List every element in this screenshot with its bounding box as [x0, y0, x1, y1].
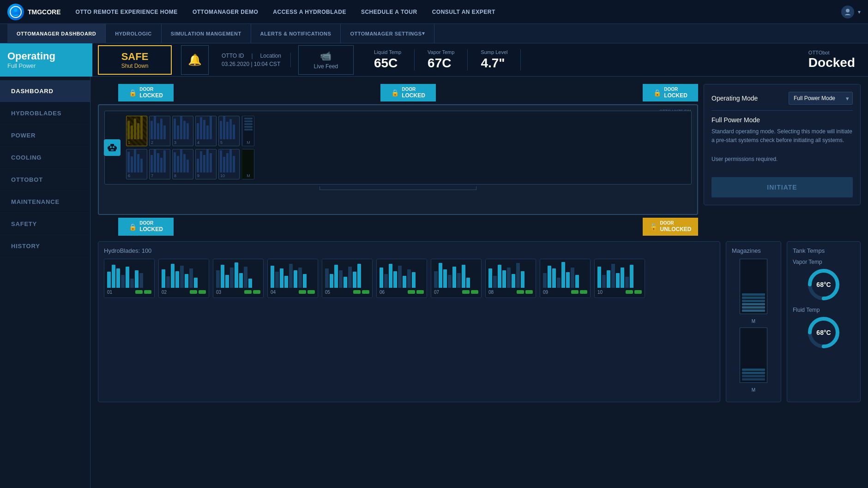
blade-slot-6[interactable]: 6 — [126, 149, 147, 179]
op-mode-subtitle: Full Power Mode — [711, 116, 853, 124]
lock-icon-3: 🔒 — [653, 89, 661, 96]
blade-slot-10[interactable]: 10 — [218, 149, 240, 179]
ottobot-robot — [104, 139, 121, 156]
tank-diagram: OTTO HYZE E01 — [98, 104, 698, 215]
blade-slot-5[interactable]: 5 — [218, 116, 240, 146]
nav-link-3[interactable]: SCHEDULE A TOUR — [361, 9, 417, 15]
door-locked-bottom[interactable]: 🔒 DOOR LOCKED — [118, 218, 174, 235]
otto-datetime: 03.26.2020 | 10:04 CST — [222, 61, 281, 67]
svg-point-2 — [846, 9, 850, 12]
blade-slot-3[interactable]: 3 — [172, 116, 193, 146]
blade-slot-2[interactable]: 2 — [149, 116, 170, 146]
magazine-visual: M — [732, 259, 775, 324]
hb-card-10[interactable]: 10 — [594, 259, 645, 298]
door-label-1: DOOR LOCKED — [139, 87, 163, 99]
lock-icon-bottom: 🔒 — [129, 223, 137, 231]
top-nav-right: ▾ — [841, 6, 861, 18]
door-unlocked-bottom[interactable]: 🔓 DOOR UNLOCKED — [643, 218, 698, 235]
blade-line — [137, 123, 139, 139]
blade-slot-4[interactable]: 4 — [195, 116, 217, 146]
magazine-slot-top[interactable]: M — [241, 116, 254, 146]
lock-icon-2: 🔒 — [391, 89, 399, 96]
initiate-button[interactable]: INITIATE — [711, 177, 853, 197]
vapor-temp-gauge-label: Vapor Temp — [793, 259, 822, 265]
hb-card-09[interactable]: 09 — [540, 259, 591, 298]
svg-rect-7 — [111, 149, 114, 150]
otto-location-label: Location — [260, 53, 281, 59]
top-door-row: 🔒 DOOR LOCKED 🔒 DOOR LOCKED — [98, 84, 698, 101]
sidebar: DASHBOARD HYDROBLADES POWER COOLING OTTO… — [0, 77, 90, 488]
door-locked-2[interactable]: 🔒 DOOR LOCKED — [380, 84, 436, 101]
blade-slot-7[interactable]: 7 — [149, 149, 170, 179]
hb-card-02[interactable]: 02 — [158, 259, 209, 298]
sidebar-item-maintenance[interactable]: MAINTENANCE — [0, 191, 90, 213]
safe-sub: Shut Down — [121, 63, 149, 69]
sec-nav-alerts[interactable]: ALERTS & NOTIFICATIONS — [251, 24, 341, 43]
tank-area: 🔒 DOOR LOCKED 🔒 DOOR LOCKED — [98, 84, 698, 236]
hb-card-08[interactable]: 08 — [485, 259, 536, 298]
hb-card-07[interactable]: 07 — [431, 259, 482, 298]
hb-bars-01 — [107, 262, 151, 288]
mode-select[interactable]: Full Power Mode Half Power Mode Maintena… — [789, 92, 853, 105]
blade-num-8: 8 — [174, 173, 176, 178]
blade-slot-8[interactable]: 8 — [172, 149, 193, 179]
blade-slot-1[interactable]: 1 — [126, 116, 147, 146]
blade-lines-1 — [127, 116, 147, 140]
live-feed-button[interactable]: 📹 Live Feed — [298, 45, 354, 75]
vapor-gauge-circle: 68°C — [807, 268, 840, 301]
sidebar-item-safety[interactable]: SAFETY — [0, 213, 90, 235]
nav-link-1[interactable]: OTTOMANAGER DEMO — [193, 9, 258, 15]
blade-row-1: 1 — [126, 116, 687, 146]
sec-nav-simulation[interactable]: SIMULATION MANGEMENT — [162, 24, 251, 43]
sec-nav-dashboard[interactable]: OTTOMANAGER DASHBOARD — [7, 24, 106, 43]
sump-level-sensor: Sump Level 4.7" — [468, 49, 521, 71]
door-locked-3[interactable]: 🔒 DOOR LOCKED — [643, 84, 698, 101]
user-dropdown-arrow[interactable]: ▾ — [858, 9, 861, 15]
hb-card-03[interactable]: 03 — [213, 259, 264, 298]
otto-info: OTTO ID | Location 03.26.2020 | 10:04 CS… — [212, 53, 291, 67]
liquid-temp-value: 65C — [374, 56, 401, 71]
sump-level-value: 4.7" — [481, 56, 507, 71]
sidebar-item-ottobot[interactable]: OTTOBOT — [0, 169, 90, 191]
sidebar-item-cooling[interactable]: COOLING — [0, 147, 90, 169]
blade-line — [127, 121, 130, 139]
magazine-column-1[interactable] — [740, 259, 767, 314]
blade-slot-9[interactable]: 9 — [195, 149, 217, 179]
hb-card-04[interactable]: 04 — [267, 259, 318, 298]
logo[interactable]: TMGCORE — [7, 4, 61, 20]
hb-card-01[interactable]: 01 — [104, 259, 155, 298]
door-label-3: DOOR LOCKED — [664, 87, 687, 99]
nav-link-0[interactable]: OTTO REMOTE EXPERIENCE HOME — [76, 9, 178, 15]
nav-link-2[interactable]: ACCESS A HYDROBLADE — [273, 9, 346, 15]
svg-point-6 — [113, 146, 115, 148]
magazines-panel: Magazines M — [726, 241, 781, 402]
top-nav-links: OTTO REMOTE EXPERIENCE HOME OTTOMANAGER … — [76, 9, 841, 15]
camera-icon: 📹 — [320, 50, 332, 61]
blade-num-1: 1 — [128, 140, 130, 145]
bottom-row: HydroBlades: 100 — [98, 241, 861, 402]
sec-nav-hydrologic[interactable]: HYDROLOGIC — [106, 24, 162, 43]
status-safe[interactable]: SAFE Shut Down — [98, 45, 172, 75]
main-layout: DASHBOARD HYDROBLADES POWER COOLING OTTO… — [0, 77, 868, 488]
sec-nav-settings[interactable]: OTTOMANAGER SETTINGS — [341, 24, 434, 43]
sidebar-item-dashboard[interactable]: DASHBOARD — [0, 80, 90, 102]
nav-link-4[interactable]: CONSULT AN EXPERT — [432, 9, 495, 15]
status-bell[interactable]: 🔔 — [181, 45, 209, 75]
op-mode-desc: Standard operating mode. Selecting this … — [711, 127, 853, 145]
user-icon[interactable] — [841, 6, 854, 18]
fluid-temp-gauge: Fluid Temp 68°C — [793, 307, 855, 349]
hb-card-05[interactable]: 05 — [322, 259, 373, 298]
door-locked-1[interactable]: 🔒 DOOR LOCKED — [118, 84, 174, 101]
mode-select-wrapper[interactable]: Full Power Mode Half Power Mode Maintena… — [789, 92, 853, 105]
blade-line — [140, 116, 143, 139]
hb-card-06[interactable]: 06 — [376, 259, 427, 298]
otto-divider: | — [251, 53, 253, 59]
sidebar-item-power[interactable]: POWER — [0, 125, 90, 147]
sec-nav: OTTOMANAGER DASHBOARD HYDROLOGIC SIMULAT… — [0, 24, 868, 43]
sensor-group: Liquid Temp 65C Vapor Temp 67C Sump Leve… — [361, 49, 796, 71]
magazine-slot-bottom[interactable]: M — [241, 149, 254, 179]
operating-sub: Full Power — [7, 62, 85, 69]
magazine-column-2[interactable] — [740, 327, 767, 383]
sidebar-item-history[interactable]: HISTORY — [0, 235, 90, 257]
sidebar-item-hydroblades[interactable]: HYDROBLADES — [0, 102, 90, 125]
